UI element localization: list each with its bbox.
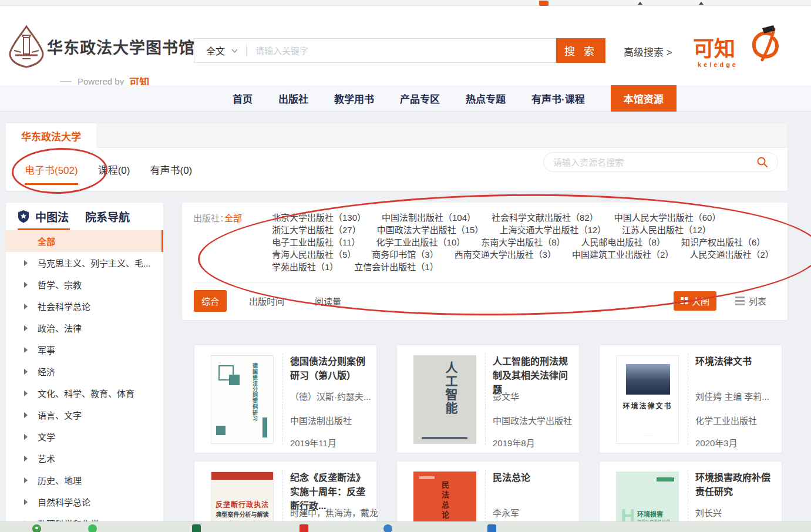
publisher-list: 北京大学出版社（130）中国法制出版社（104）社会科学文献出版社（82）中国人… xyxy=(272,211,782,273)
resource-type-tabs: 电子书(502) 课程(0) 有声书(0) xyxy=(6,148,788,190)
sidebar-tab-clc[interactable]: 中图法 xyxy=(35,208,69,224)
book-publisher: 中国政法大学出版社 xyxy=(493,414,572,426)
category-item[interactable]: 马克思主义、列宁主义、毛... xyxy=(6,252,163,274)
publisher-filter-all[interactable]: 全部 xyxy=(224,211,242,224)
category-item-all[interactable]: 全部 xyxy=(6,230,163,252)
book-cover: 环境法律文书 ········· xyxy=(616,355,679,444)
category-label: 经济 xyxy=(38,365,55,378)
category-item[interactable]: 文化、科学、教育、体育 xyxy=(6,382,163,404)
publisher-option[interactable]: 中国法制出版社（104） xyxy=(382,213,476,223)
publisher-option[interactable]: 北京大学出版社（130） xyxy=(272,213,366,223)
advanced-search-link[interactable]: 高级搜索 > xyxy=(624,44,672,59)
publisher-option[interactable]: 化学工业出版社（10） xyxy=(376,237,466,247)
category-item[interactable]: 语言、文字 xyxy=(6,404,163,426)
book-card[interactable]: 环境法律文书 ········· 环境法律文书 刘佳娉 主编 李莉... 化学工… xyxy=(599,345,782,453)
publisher-option[interactable]: 浙江大学出版社（27） xyxy=(272,225,361,235)
cover-title-text: 环境法律文书 xyxy=(617,400,678,410)
category-item[interactable]: 经济 xyxy=(6,361,163,382)
publisher-option[interactable]: 青海人民出版社（5） xyxy=(272,250,356,260)
sort-comprehensive-button[interactable]: 综合 xyxy=(194,290,227,312)
publisher-option[interactable]: 人民交通出版社（2） xyxy=(689,250,773,260)
category-item[interactable]: 历史、地理 xyxy=(6,469,163,491)
browser-caret-icon xyxy=(699,2,704,5)
resource-search-input[interactable] xyxy=(553,157,756,167)
taskbar-wechat-icon[interactable] xyxy=(88,524,97,532)
taskbar-browser-icon[interactable] xyxy=(32,524,41,532)
publisher-option[interactable]: 学苑出版社（1） xyxy=(272,262,338,272)
tab-ebooks[interactable]: 电子书(502) xyxy=(25,162,78,177)
view-toggle-group: 大图 列表 xyxy=(674,291,766,311)
keledge-logo[interactable]: 可知 keledge xyxy=(693,23,787,74)
publisher-option[interactable]: 西南交通大学出版社（3） xyxy=(455,250,556,260)
nav-item-product-zone[interactable]: 产品专区 xyxy=(400,91,440,106)
dash-divider xyxy=(60,81,72,82)
category-item[interactable]: 自然科学总论 xyxy=(6,491,163,513)
publisher-option[interactable]: 知识产权出版社（6） xyxy=(681,237,765,247)
taskbar-blue-app-icon[interactable] xyxy=(487,524,496,532)
publisher-option[interactable]: 江苏人民出版社（12） xyxy=(622,225,711,235)
book-info: 德国债法分则案例研习（第八版） （德）汉斯·约瑟夫... 中国法制出版社 201… xyxy=(290,345,372,453)
publisher-option[interactable]: 社会科学文献出版社（82） xyxy=(492,213,598,223)
nav-item-hot-topics[interactable]: 热点专题 xyxy=(466,91,506,106)
book-card[interactable]: 德国债法分则案例研习 德国债法分则案例研习（第八版） （德）汉斯·约瑟夫... … xyxy=(194,345,377,453)
publisher-filter-label: 出版社： xyxy=(193,211,228,224)
book-title: 环境损害政府补偿责任研究 xyxy=(695,471,777,499)
main-search-input[interactable] xyxy=(247,39,556,62)
book-author: （德）汉斯·约瑟夫... xyxy=(290,390,371,402)
category-item[interactable]: 哲学、宗教 xyxy=(6,274,163,295)
category-item[interactable]: 政治、法律 xyxy=(6,317,163,339)
publisher-option[interactable]: 中国政法大学出版社（15） xyxy=(377,225,484,235)
book-info: 环境法律文书 刘佳娉 主编 李莉... 化学工业出版社 2020年3月 xyxy=(695,345,777,453)
publisher-option[interactable]: 中国建筑工业出版社（2） xyxy=(572,250,674,260)
nav-item-audiobooks-courses[interactable]: 有声书·课程 xyxy=(531,91,585,106)
publisher-option[interactable]: 东南大学出版社（8） xyxy=(481,237,565,247)
view-large-grid-button[interactable]: 大图 xyxy=(674,291,716,311)
publisher-option[interactable]: 中国人民大学出版社（60） xyxy=(614,213,721,223)
view-list-button[interactable]: 列表 xyxy=(735,295,766,307)
keledge-logo-text: 可知 xyxy=(693,32,735,62)
caret-right-icon xyxy=(24,369,28,375)
book-cover: 人工智能 xyxy=(413,355,476,444)
publisher-option[interactable]: 上海交通大学出版社（12） xyxy=(499,225,606,235)
category-item[interactable]: 社会科学总论 xyxy=(6,295,163,317)
browser-caret-icon xyxy=(638,2,642,5)
taskbar-excel-icon[interactable] xyxy=(192,524,201,532)
publisher-option[interactable]: 立信会计出版社（1） xyxy=(354,262,438,272)
publisher-row: 学苑出版社（1）立信会计出版社（1） xyxy=(272,261,782,273)
taskbar-teal-app-icon[interactable] xyxy=(383,524,392,532)
nav-item-teaching-books[interactable]: 教学用书 xyxy=(334,91,374,106)
sidebar-header: 中图法 院系导航 xyxy=(6,203,163,230)
publisher-option[interactable]: 人民邮电出版社（8） xyxy=(581,237,665,247)
category-item[interactable]: 艺术 xyxy=(6,447,163,469)
caret-right-icon xyxy=(24,282,28,288)
category-item[interactable]: 文学 xyxy=(6,426,163,447)
tab-audiobooks[interactable]: 有声书(0) xyxy=(150,162,192,177)
book-card[interactable]: 人工智能 人工智能的刑法规制及其相关法律问题 彭文华 中国政法大学出版社 201… xyxy=(396,345,580,453)
nav-item-publishers[interactable]: 出版社 xyxy=(278,91,308,106)
nav-item-library-resources[interactable]: 本馆资源 xyxy=(611,85,677,112)
nav-item-home[interactable]: 首页 xyxy=(233,91,253,106)
sort-publish-date-button[interactable]: 出版时间 xyxy=(249,295,284,307)
search-icon[interactable] xyxy=(756,156,768,168)
taskbar-red-app-icon[interactable] xyxy=(300,524,308,532)
resource-tabs-card: 华东政法大学 电子书(502) 课程(0) 有声书(0) xyxy=(6,123,788,191)
cover-title-text: 人工智能 xyxy=(442,361,459,415)
resource-search-box xyxy=(543,152,778,172)
search-button[interactable]: 搜 索 xyxy=(556,38,605,63)
publisher-option[interactable]: 电子工业出版社（11） xyxy=(272,237,361,247)
cover-subtitle-text: 典型案件分析与解读 xyxy=(211,510,273,518)
book-author: 彭文华 xyxy=(493,390,519,402)
publisher-row: 浙江大学出版社（27）中国政法大学出版社（15）上海交通大学出版社（12）江苏人… xyxy=(272,224,782,236)
sort-read-count-button[interactable]: 阅读量 xyxy=(315,295,341,307)
category-label: 政治、法律 xyxy=(38,322,82,334)
browser-tab-fragment-icon xyxy=(539,1,548,6)
tab-courses[interactable]: 课程(0) xyxy=(98,162,130,177)
book-author: 刘佳娉 主编 李莉... xyxy=(695,390,769,402)
search-scope-dropdown[interactable]: 全文 xyxy=(194,43,246,58)
cover-title-text: 环境损害 xyxy=(637,509,663,518)
sidebar-tab-departments[interactable]: 院系导航 xyxy=(85,208,130,224)
org-tab[interactable]: 华东政法大学 xyxy=(6,123,96,148)
category-item[interactable]: 军事 xyxy=(6,339,163,361)
publisher-option[interactable]: 商务印书馆（3） xyxy=(372,250,438,260)
book-title: 民法总论 xyxy=(493,471,574,485)
